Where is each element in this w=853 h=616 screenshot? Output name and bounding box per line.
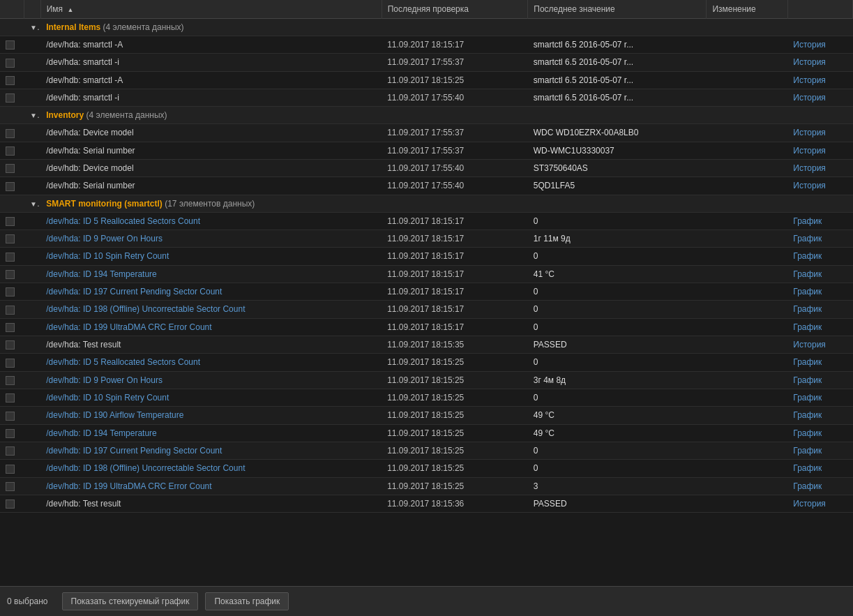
row-action-cell[interactable]: График	[787, 230, 852, 247]
item-name-link[interactable]: /dev/hdb: ID 5 Reallocated Sectors Count	[46, 357, 200, 367]
row-checkbox[interactable]	[6, 306, 15, 315]
row-action-cell[interactable]: График	[787, 371, 852, 389]
item-name-link[interactable]: /dev/hda: ID 10 Spin Retry Count	[46, 251, 169, 261]
row-check-cell[interactable]	[0, 89, 24, 106]
row-check-cell[interactable]	[0, 354, 24, 371]
row-checkbox[interactable]	[6, 217, 15, 226]
row-check-cell[interactable]	[0, 54, 24, 71]
history-link[interactable]: История	[793, 75, 826, 85]
item-name-link[interactable]: /dev/hdb: ID 197 Current Pending Sector …	[46, 446, 222, 456]
graph-link[interactable]: График	[793, 463, 822, 473]
collapse-arrow-icon[interactable]: ▼	[30, 199, 40, 209]
collapse-arrow-icon[interactable]: ▼	[30, 22, 40, 32]
row-checkbox[interactable]	[6, 340, 15, 350]
collapse-arrow-icon[interactable]: ▼	[30, 110, 40, 120]
row-check-cell[interactable]	[0, 212, 24, 230]
row-checkbox[interactable]	[6, 412, 15, 421]
graph-link[interactable]: График	[793, 446, 822, 456]
row-action-cell[interactable]: История	[787, 89, 852, 106]
row-action-cell[interactable]: История	[787, 142, 852, 159]
row-checkbox[interactable]	[6, 376, 15, 385]
item-name-link[interactable]: /dev/hda: ID 194 Temperature	[46, 269, 157, 279]
row-check-cell[interactable]	[0, 389, 24, 406]
row-checkbox[interactable]	[6, 164, 15, 173]
item-name-link[interactable]: /dev/hda: ID 5 Reallocated Sectors Count	[46, 216, 200, 226]
row-action-cell[interactable]: История	[787, 336, 852, 353]
row-check-cell[interactable]	[0, 142, 24, 159]
history-link[interactable]: История	[793, 499, 826, 509]
item-name-link[interactable]: /dev/hda: ID 198 (Offline) Uncorrectable…	[46, 304, 245, 314]
row-checkbox[interactable]	[6, 482, 15, 491]
row-checkbox[interactable]	[6, 429, 15, 438]
row-checkbox[interactable]	[6, 93, 15, 103]
row-checkbox[interactable]	[6, 465, 15, 474]
row-action-cell[interactable]: График	[787, 424, 852, 442]
row-check-cell[interactable]	[0, 283, 24, 300]
graph-link[interactable]: График	[793, 287, 822, 296]
item-name-link[interactable]: /dev/hda: ID 9 Power On Hours	[46, 234, 163, 243]
row-action-cell[interactable]: История	[787, 71, 852, 89]
row-check-cell[interactable]	[0, 177, 24, 195]
row-action-cell[interactable]: График	[787, 460, 852, 477]
group-arrow-cell[interactable]: ▼	[24, 19, 40, 36]
row-action-cell[interactable]: График	[787, 283, 852, 300]
row-check-cell[interactable]	[0, 301, 24, 318]
row-action-cell[interactable]: График	[787, 265, 852, 283]
row-checkbox[interactable]	[6, 270, 15, 279]
item-name-link[interactable]: /dev/hdb: ID 198 (Offline) Uncorrectable…	[46, 463, 245, 473]
row-checkbox[interactable]	[6, 359, 15, 368]
history-link[interactable]: История	[793, 146, 826, 156]
row-action-cell[interactable]: История	[787, 495, 852, 512]
row-action-cell[interactable]: График	[787, 407, 852, 424]
item-name-link[interactable]: /dev/hdb: ID 194 Temperature	[46, 428, 157, 438]
header-name[interactable]: Имя ▲	[40, 0, 382, 19]
item-name-link[interactable]: /dev/hda: ID 199 UltraDMA CRC Error Coun…	[46, 322, 211, 332]
row-action-cell[interactable]: График	[787, 318, 852, 336]
row-checkbox[interactable]	[6, 253, 15, 262]
row-action-cell[interactable]: График	[787, 389, 852, 406]
item-name-link[interactable]: /dev/hda: ID 197 Current Pending Sector …	[46, 287, 222, 296]
group-arrow-cell[interactable]: ▼	[24, 195, 40, 212]
row-check-cell[interactable]	[0, 159, 24, 176]
row-check-cell[interactable]	[0, 230, 24, 247]
history-link[interactable]: История	[793, 128, 826, 137]
row-check-cell[interactable]	[0, 318, 24, 336]
graph-button[interactable]: Показать график	[205, 592, 289, 610]
row-check-cell[interactable]	[0, 36, 24, 54]
history-link[interactable]: История	[793, 93, 826, 103]
row-check-cell[interactable]	[0, 71, 24, 89]
row-checkbox[interactable]	[6, 129, 15, 138]
row-checkbox[interactable]	[6, 323, 15, 332]
row-checkbox[interactable]	[6, 76, 15, 85]
row-check-cell[interactable]	[0, 124, 24, 142]
row-action-cell[interactable]: График	[787, 301, 852, 318]
row-checkbox[interactable]	[6, 182, 15, 191]
graph-link[interactable]: График	[793, 269, 822, 279]
row-check-cell[interactable]	[0, 407, 24, 424]
row-checkbox[interactable]	[6, 147, 15, 156]
row-action-cell[interactable]: История	[787, 159, 852, 176]
group-arrow-cell[interactable]: ▼	[24, 107, 40, 124]
row-check-cell[interactable]	[0, 424, 24, 442]
row-action-cell[interactable]: График	[787, 212, 852, 230]
row-check-cell[interactable]	[0, 495, 24, 512]
graph-link[interactable]: График	[793, 481, 822, 491]
row-checkbox[interactable]	[6, 40, 15, 50]
graph-link[interactable]: График	[793, 428, 822, 438]
row-checkbox[interactable]	[6, 393, 15, 403]
row-check-cell[interactable]	[0, 442, 24, 459]
row-check-cell[interactable]	[0, 460, 24, 477]
row-action-cell[interactable]: История	[787, 177, 852, 195]
graph-link[interactable]: График	[793, 410, 822, 420]
graph-link[interactable]: График	[793, 216, 822, 226]
item-name-link[interactable]: /dev/hdb: ID 199 UltraDMA CRC Error Coun…	[46, 481, 211, 491]
row-action-cell[interactable]: График	[787, 354, 852, 371]
row-checkbox[interactable]	[6, 234, 15, 243]
history-link[interactable]: История	[793, 181, 826, 190]
graph-link[interactable]: График	[793, 322, 822, 332]
row-check-cell[interactable]	[0, 248, 24, 265]
stacked-graph-button[interactable]: Показать стекируемый график	[62, 592, 199, 610]
graph-link[interactable]: График	[793, 393, 822, 403]
history-link[interactable]: История	[793, 57, 826, 67]
graph-link[interactable]: График	[793, 234, 822, 243]
